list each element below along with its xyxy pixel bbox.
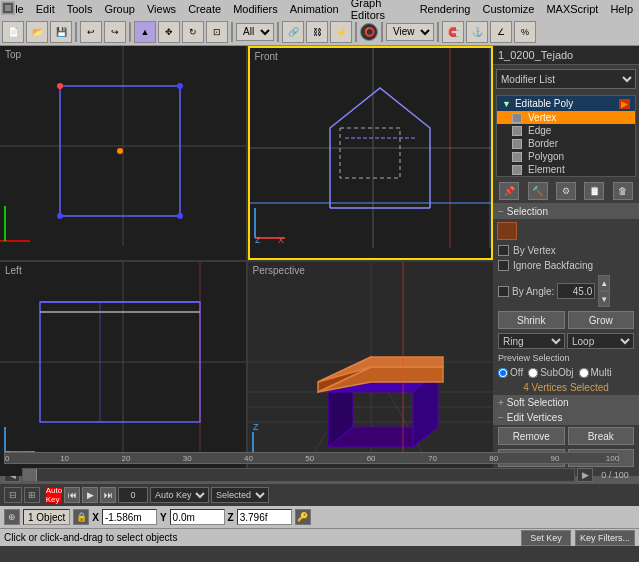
scale-btn[interactable]: ⊡ [206, 21, 228, 43]
copy-icon-btn[interactable]: 📋 [584, 182, 604, 200]
viewport-left[interactable]: Left Z Y [0, 262, 246, 476]
menu-edit[interactable]: Edit [30, 0, 61, 18]
viewport-perspective-svg: Z X [248, 262, 494, 462]
menu-rendering[interactable]: Rendering [414, 0, 477, 18]
y-input[interactable] [170, 509, 225, 525]
by-angle-up-btn[interactable]: ▲ [598, 275, 610, 291]
loop-dropdown[interactable]: Loop [567, 333, 634, 349]
redo-btn[interactable]: ↪ [104, 21, 126, 43]
view-dropdown[interactable]: View [386, 23, 434, 41]
menu-group[interactable]: Group [98, 0, 141, 18]
ruler-20: 20 [121, 454, 130, 463]
minimap-btn[interactable]: ⊟ [4, 487, 22, 503]
hammer-icon-btn[interactable]: 🔨 [528, 182, 548, 200]
key-mode-select[interactable]: Auto Key [150, 487, 209, 503]
rotate-btn[interactable]: ↻ [182, 21, 204, 43]
x-input[interactable] [102, 509, 157, 525]
mod-border[interactable]: Border [497, 137, 635, 150]
by-angle-input[interactable] [557, 283, 595, 299]
border-mode-btn[interactable] [541, 222, 561, 240]
z-input[interactable] [237, 509, 292, 525]
lock-btn[interactable]: 🔒 [73, 509, 89, 525]
shrink-btn[interactable]: Shrink [498, 311, 565, 329]
percent-snap-btn[interactable]: % [514, 21, 536, 43]
vertex-mode-btn[interactable] [497, 222, 517, 240]
select-btn[interactable]: ▲ [134, 21, 156, 43]
prev-frame-btn[interactable]: ⏮ [64, 487, 80, 503]
delete-icon-btn[interactable]: 🗑 [613, 182, 633, 200]
open-btn[interactable]: 📂 [26, 21, 48, 43]
menu-modifiers[interactable]: Modifiers [227, 0, 284, 18]
move-btn[interactable]: ✥ [158, 21, 180, 43]
ruler-50: 50 [305, 454, 314, 463]
edit-vertices-header[interactable]: − Edit Vertices [493, 410, 639, 425]
viewport-front[interactable]: Front Z X Z [248, 46, 494, 260]
auto-key-btn[interactable]: Auto Key [46, 487, 62, 503]
mod-polygon[interactable]: Polygon [497, 150, 635, 163]
settings-icon-btn[interactable]: ⚙ [556, 182, 576, 200]
link-btn[interactable]: 🔗 [282, 21, 304, 43]
viewport-perspective[interactable]: Perspective [248, 262, 494, 476]
next-frame-btn[interactable]: ⏭ [100, 487, 116, 503]
break-btn[interactable]: Break [568, 427, 635, 445]
unlink-btn[interactable]: ⛓ [306, 21, 328, 43]
multi-radio-label: Multi [591, 367, 612, 378]
select-mode-dropdown[interactable]: All [236, 23, 274, 41]
object-count-display: 1 Object [23, 509, 70, 525]
mod-edge[interactable]: Edge [497, 124, 635, 137]
frame-input[interactable] [118, 487, 148, 503]
grow-btn[interactable]: Grow [568, 311, 635, 329]
viewport-left-svg: Z Y [0, 262, 246, 462]
viewport-top[interactable]: Top [0, 46, 246, 260]
sep1 [75, 22, 77, 42]
menu-help[interactable]: Help [604, 0, 639, 18]
menu-graph-editors[interactable]: Graph Editors [345, 0, 414, 18]
snap-btn[interactable]: ⚓ [466, 21, 488, 43]
object-name-display: 1_0200_Tejado [493, 46, 639, 65]
mod-vertex[interactable]: Vertex [497, 111, 635, 124]
by-angle-checkbox[interactable] [498, 286, 509, 297]
edge-mode-btn[interactable] [519, 222, 539, 240]
menu-create[interactable]: Create [182, 0, 227, 18]
track-right-btn[interactable]: ▶ [577, 468, 593, 482]
anim-track[interactable] [22, 468, 575, 482]
off-radio[interactable] [498, 368, 508, 378]
subobj-radio[interactable] [528, 368, 538, 378]
magnet-btn[interactable]: 🧲 [442, 21, 464, 43]
menu-animation[interactable]: Animation [284, 0, 345, 18]
obj-circle[interactable]: ⭕ [360, 23, 378, 41]
element-mode-btn[interactable] [585, 222, 605, 240]
mod-element[interactable]: Element [497, 163, 635, 176]
menu-views[interactable]: Views [141, 0, 182, 18]
save-btn[interactable]: 💾 [50, 21, 72, 43]
by-angle-down-btn[interactable]: ▼ [598, 291, 610, 307]
object-selector-btn[interactable]: ⊕ [4, 509, 20, 525]
modifier-list-dropdown[interactable]: Modifier List [496, 69, 636, 89]
key-icon-btn[interactable]: 🔑 [295, 509, 311, 525]
selection-mode-select[interactable]: Selected [211, 487, 269, 503]
polygon-mode-btn[interactable] [563, 222, 583, 240]
set-key-btn[interactable]: Set Key [521, 530, 571, 546]
viewports-container: Top Front [0, 46, 493, 476]
ignore-backfacing-checkbox[interactable] [498, 260, 509, 271]
remove-btn[interactable]: Remove [498, 427, 565, 445]
multi-radio[interactable] [579, 368, 589, 378]
soft-selection-header[interactable]: + Soft Selection [493, 395, 639, 410]
undo-btn[interactable]: ↩ [80, 21, 102, 43]
new-btn[interactable]: 📄 [2, 21, 24, 43]
timeline-options-btn[interactable]: ⊞ [24, 487, 40, 503]
bind-btn[interactable]: ⚡ [330, 21, 352, 43]
angle-snap-btn[interactable]: ∠ [490, 21, 512, 43]
play-btn[interactable]: ▶ [82, 487, 98, 503]
pin-icon-btn[interactable]: 📌 [499, 182, 519, 200]
off-radio-label: Off [510, 367, 523, 378]
menu-customize[interactable]: Customize [476, 0, 540, 18]
menu-maxscript[interactable]: MAXScript [540, 0, 604, 18]
by-vertex-checkbox[interactable] [498, 245, 509, 256]
bottom-statusbar: Click or click-and-drag to select object… [0, 528, 639, 546]
menu-tools[interactable]: Tools [61, 0, 99, 18]
ring-dropdown[interactable]: Ring [498, 333, 565, 349]
viewport-front-svg: Z X Z Z X [250, 48, 494, 248]
key-filters-btn[interactable]: Key Filters... [575, 530, 635, 546]
mod-editable-poly[interactable]: ▼ Editable Poly ▶ [497, 96, 635, 111]
